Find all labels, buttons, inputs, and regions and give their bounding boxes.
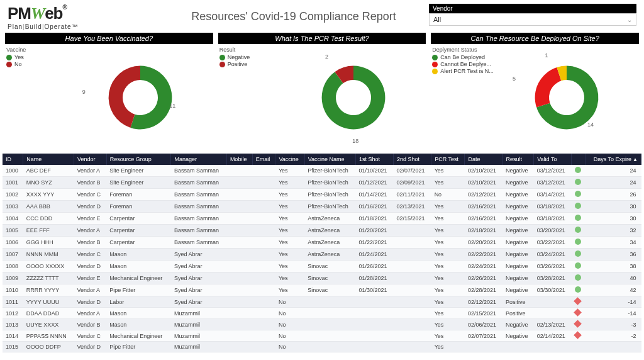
table-cell: 02/13/2021: [394, 201, 431, 213]
logo-wordmark: PMWeb®: [8, 4, 158, 23]
table-row[interactable]: 1010RRRR YYYYVendor APipe FitterSyed Abr…: [3, 284, 641, 296]
donut-chart[interactable]: 182: [282, 47, 425, 149]
table-cell: EEE FFF: [23, 225, 74, 237]
donut-chart[interactable]: 1451: [495, 47, 638, 149]
table-row[interactable]: 1013UUYE XXXXVendor BMasonMuzammilNoYes0…: [3, 319, 641, 330]
table-row[interactable]: 1012DDAA DDADVendor AMasonMuzammilNoYes0…: [3, 308, 641, 319]
table-cell: Positive: [502, 296, 534, 308]
table-cell: [252, 342, 275, 352]
table-cell: 02/24/2021: [465, 261, 502, 273]
column-header[interactable]: Name: [23, 154, 74, 165]
table-cell: Negative: [502, 213, 534, 225]
donut-value-label: 11: [169, 103, 175, 109]
sort-asc-icon: ▲: [633, 157, 638, 162]
column-header[interactable]: Resource Group: [106, 154, 171, 165]
table-cell: Muzammil: [171, 342, 226, 352]
table-cell: Pipe Fitter: [106, 284, 171, 296]
table-row[interactable]: 1009ZZZZZ TTTTVendor EMechanical Enginee…: [3, 273, 641, 284]
table-cell: Vendor A: [74, 308, 106, 319]
days-cell: 34: [586, 237, 641, 249]
table-cell: Yes: [431, 261, 465, 273]
legend-item[interactable]: Positive: [219, 61, 282, 67]
table-cell: No: [275, 319, 304, 330]
table-row[interactable]: 1007NNNN MMMVendor CMasonSyed AbrarYesAs…: [3, 249, 641, 261]
legend-item[interactable]: No: [6, 61, 69, 67]
table-row[interactable]: 1014PPPASS NNNNVendor CMechanical Engine…: [3, 330, 641, 342]
legend-item[interactable]: Can Be Deployed: [432, 54, 495, 60]
column-header[interactable]: [572, 154, 586, 165]
column-header[interactable]: ID: [3, 154, 23, 165]
table-cell: Vendor D: [74, 201, 106, 213]
column-header[interactable]: Valid To: [534, 154, 572, 165]
donut-chart[interactable]: 119: [69, 47, 212, 149]
table-cell: 1001: [3, 177, 23, 189]
table-cell: Pfizer-BioNTech: [304, 201, 355, 213]
table-cell: Yes: [275, 213, 304, 225]
donut-value-label: 2: [325, 53, 328, 60]
table-row[interactable]: 1002XXXX YYYVendor CForemanBassam Samman…: [3, 189, 641, 201]
column-header[interactable]: Days To Expire▲: [586, 154, 641, 165]
legend-dot-icon: [432, 62, 438, 67]
column-header[interactable]: Email: [252, 154, 275, 165]
table-row[interactable]: 1011YYYY UUUUVendor DLaborSyed AbrarNoYe…: [3, 296, 641, 308]
table-cell: 1002: [3, 189, 23, 201]
table-cell: 02/10/2021: [465, 165, 502, 177]
table-cell: Negative: [502, 330, 534, 342]
table-row[interactable]: 1006GGG HHHVendor BCarpentarBassam Samma…: [3, 237, 641, 249]
table-row[interactable]: 1005EEE FFFVendor ACarpentarBassam Samma…: [3, 225, 641, 237]
days-cell: [586, 342, 641, 352]
table-cell: [304, 330, 355, 342]
table-cell: Carpentar: [106, 225, 171, 237]
legend-dot-icon: [219, 55, 225, 60]
table-row[interactable]: 1001MNO SYZVendor BSite EngineerBassam S…: [3, 177, 641, 189]
status-cell: [572, 177, 586, 189]
table-cell: 02/07/2021: [394, 165, 431, 177]
legend-title: Deplyment Status: [432, 47, 495, 53]
column-header[interactable]: PCR Test: [431, 154, 465, 165]
status-cell: [572, 308, 586, 319]
table-row[interactable]: 1008OOOO XXXXXVendor DMasonSyed AbrarYes…: [3, 261, 641, 273]
table-cell: PPPASS NNNN: [23, 330, 74, 342]
column-header[interactable]: Vaccine: [275, 154, 304, 165]
table-cell: Bassam Samman: [171, 237, 226, 249]
table-cell: Bassam Samman: [171, 225, 226, 237]
table-cell: Negative: [502, 165, 534, 177]
column-header[interactable]: Mobile: [226, 154, 252, 165]
table-cell: 01/24/2021: [355, 249, 393, 261]
table-cell: AAA BBB: [23, 201, 74, 213]
table-cell: No: [275, 296, 304, 308]
status-cell: [572, 284, 586, 296]
column-header[interactable]: 1st Shot: [355, 154, 393, 165]
table-cell: [394, 342, 431, 352]
table-cell: 02/16/2021: [465, 201, 502, 213]
table-row[interactable]: 1003AAA BBBVendor DForemanBassam SammanY…: [3, 201, 641, 213]
table-row[interactable]: 1004CCC DDDVendor ECarpentarBassam Samma…: [3, 213, 641, 225]
vendor-select[interactable]: All ⌄: [429, 13, 636, 26]
table-cell: Pfizer-BioNTech: [304, 189, 355, 201]
column-header[interactable]: Vendor: [74, 154, 106, 165]
table-cell: [226, 284, 252, 296]
legend-item[interactable]: Negative: [219, 54, 282, 60]
legend-label: No: [14, 61, 22, 67]
table-cell: Vendor C: [74, 249, 106, 261]
column-header[interactable]: Date: [465, 154, 502, 165]
donut-value-label: 5: [513, 76, 516, 82]
legend-item[interactable]: Cannot Be Deplye...: [432, 61, 495, 67]
column-header[interactable]: Manager: [171, 154, 226, 165]
legend-item[interactable]: Alert PCR Test is N...: [432, 68, 495, 74]
table-cell: Site Engineer: [106, 177, 171, 189]
table-cell: [226, 261, 252, 273]
column-header[interactable]: Result: [502, 154, 534, 165]
donut-value-label: 14: [587, 121, 594, 128]
table-row[interactable]: 1000ABC DEFVendor ASite EngineerBassam S…: [3, 165, 641, 177]
status-ok-icon: [575, 262, 581, 269]
column-header[interactable]: 2nd Shot: [394, 154, 431, 165]
legend-item[interactable]: Yes: [6, 54, 69, 60]
table-body: 1000ABC DEFVendor ASite EngineerBassam S…: [3, 165, 641, 352]
table-cell: 1011: [3, 296, 23, 308]
table-row[interactable]: 1015OOOO DDFPVendor DPipe FitterMuzammil…: [3, 342, 641, 352]
table-cell: Mechanical Engineer: [106, 330, 171, 342]
column-header[interactable]: Vaccine Name: [304, 154, 355, 165]
table-cell: [355, 342, 393, 352]
chart-body: VaccineYesNo119: [5, 44, 213, 151]
